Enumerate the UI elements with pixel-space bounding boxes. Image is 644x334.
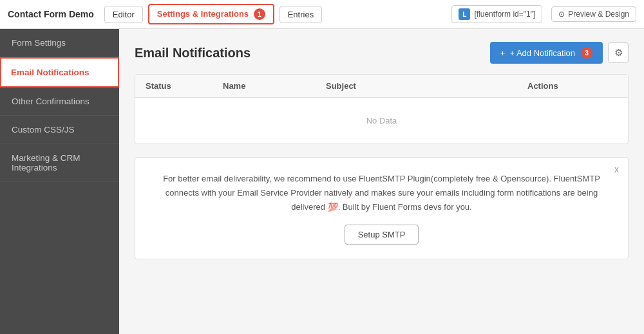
shortcode-display[interactable]: L [fluentform id="1"]: [451, 5, 542, 23]
app-title: Contact Form Demo: [8, 9, 94, 19]
main-header: Email Notifications + + Add Notification…: [135, 42, 629, 64]
sidebar: Form Settings Email Notifications Other …: [0, 29, 119, 334]
close-info-button[interactable]: x: [614, 164, 619, 174]
settings-gear-button[interactable]: ⚙: [608, 42, 629, 63]
settings-badge: 1: [254, 8, 265, 20]
sidebar-item-form-settings[interactable]: Form Settings: [0, 29, 119, 57]
editor-button[interactable]: Editor: [104, 6, 143, 23]
table-empty-message: No Data: [135, 98, 628, 144]
settings-integrations-button[interactable]: Settings & Integrations 1: [148, 4, 274, 24]
table-header-row: Status Name Subject Actions: [135, 75, 628, 98]
sidebar-item-marketing-crm[interactable]: Marketing & CRM Integrations: [0, 144, 119, 182]
topbar: Contact Form Demo Editor Settings & Inte…: [0, 0, 644, 29]
smtp-info-box: x For better email deliverability, we re…: [135, 157, 629, 259]
gear-icon: ⚙: [614, 47, 623, 59]
info-box-text: For better email deliverability, we reco…: [155, 172, 609, 214]
header-actions: + + Add Notification 3 ⚙: [490, 42, 629, 64]
col-status: Status: [146, 81, 223, 91]
page-title: Email Notifications: [135, 46, 251, 60]
sidebar-item-custom-css-js[interactable]: Custom CSS/JS: [0, 116, 119, 144]
preview-design-button[interactable]: ⊙ Preview & Design: [551, 6, 636, 22]
sidebar-item-other-confirmations[interactable]: Other Confirmations: [0, 88, 119, 116]
main-content: Email Notifications + + Add Notification…: [119, 29, 644, 334]
sidebar-item-email-notifications[interactable]: Email Notifications: [0, 57, 119, 88]
add-notification-button[interactable]: + + Add Notification 3: [490, 42, 603, 64]
col-name: Name: [223, 81, 326, 91]
setup-smtp-button[interactable]: Setup SMTP: [345, 225, 419, 245]
main-layout: Form Settings Email Notifications Other …: [0, 29, 644, 334]
col-subject: Subject: [326, 81, 527, 91]
entries-button[interactable]: Entries: [279, 6, 322, 23]
plus-icon: +: [500, 48, 506, 58]
col-actions: Actions: [527, 81, 618, 91]
shortcode-icon: L: [459, 8, 470, 20]
eye-icon: ⊙: [558, 10, 565, 19]
add-notif-badge: 3: [581, 47, 592, 59]
notifications-table: Status Name Subject Actions No Data: [135, 74, 629, 144]
